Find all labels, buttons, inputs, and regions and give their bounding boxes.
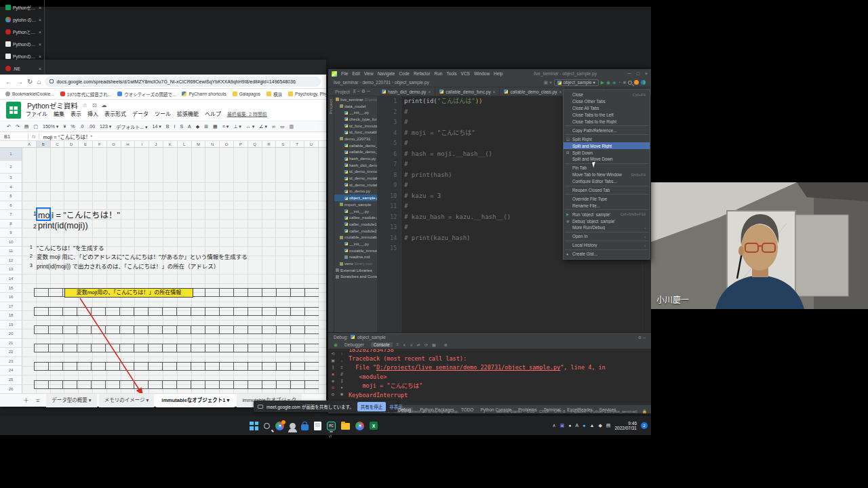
breadcrumb[interactable]: demo_220731 <box>362 80 393 85</box>
toolbar-icon[interactable]: A <box>188 124 191 129</box>
debug-action-icon[interactable]: ■ <box>332 372 334 376</box>
taskbar-icon[interactable] <box>264 423 270 429</box>
browser-tab[interactable]: Pythonの各実装 × <box>3 50 45 62</box>
context-menu-item[interactable]: Configure Editor Tabs... <box>564 178 650 185</box>
project-tree-item[interactable]: io_demo.py <box>334 188 377 195</box>
toolbar-icon[interactable]: ↷ <box>16 124 20 129</box>
breadcrumb[interactable]: object_sample.py <box>395 80 429 85</box>
toolbar-icon[interactable]: .00 <box>88 124 95 129</box>
menu-item[interactable]: 表示形式 <box>104 110 126 117</box>
column-header[interactable]: L <box>178 141 192 147</box>
project-tree-item[interactable]: callable_demo_c <box>334 142 377 149</box>
context-menu-item[interactable]: Open In › <box>564 233 650 240</box>
reload-icon[interactable]: ↻ <box>27 78 33 85</box>
row-header[interactable]: 19 <box>0 321 22 330</box>
context-menu-item[interactable]: Local History › <box>564 242 650 249</box>
toolbar-icon[interactable]: 150% ▾ <box>43 124 58 129</box>
row-header[interactable]: 2 <box>0 161 22 174</box>
context-menu-item[interactable]: ◫ Split Right <box>564 136 650 142</box>
row-header[interactable]: 1 <box>0 148 22 161</box>
toolbar-icon[interactable]: 123 ▾ <box>100 124 111 129</box>
toolbar-icon[interactable]: 14 ▾ <box>153 124 161 129</box>
step-action-icon[interactable]: ▾ <box>340 386 342 390</box>
taskbar-icon[interactable] <box>341 423 350 430</box>
column-header[interactable]: B <box>37 141 51 147</box>
row-header[interactable]: 8 <box>0 220 22 229</box>
tray-icon[interactable]: ◆ <box>598 422 601 429</box>
status-widget[interactable]: CRLF <box>539 409 549 413</box>
tray-icon[interactable]: A <box>576 422 579 429</box>
sheet-tab[interactable]: immutableなオブジェクト1 ▾ <box>156 394 235 407</box>
editor-tab[interactable]: hash_dict_demo.py × <box>378 87 435 96</box>
last-edit-link[interactable]: 最終編集: 2 時間前 <box>227 110 267 117</box>
cell-b4[interactable]: "こんにちは！"を生成する <box>37 243 104 251</box>
tray-icon[interactable]: ▲ <box>590 422 595 429</box>
menu-item[interactable]: データ <box>132 110 149 117</box>
debug-action-icon[interactable]: ⟲ <box>331 352 334 356</box>
menu-item[interactable]: ヘルプ <box>205 110 221 117</box>
step-action-icon[interactable]: ↑ <box>341 352 343 356</box>
row-header[interactable]: 11 <box>0 247 22 256</box>
toolbar-icon[interactable]: ≡ ▾ <box>222 124 229 129</box>
taskbar-icon[interactable]: PC <box>327 422 336 430</box>
project-tool-label[interactable]: Project <box>335 89 350 94</box>
pycharm-menu-item[interactable]: Navigate <box>378 71 395 76</box>
debug-action-icon[interactable]: ⚙ <box>331 392 334 396</box>
traceback-file-link[interactable]: D:/projects/live_seminar/demo_220731/obj… <box>376 364 560 371</box>
debug-view-tab[interactable]: Console <box>371 342 393 347</box>
project-tree-item[interactable]: readme.md <box>334 254 377 261</box>
close-icon[interactable]: × <box>645 71 648 76</box>
bookmark-item[interactable]: Galapagos <box>233 91 260 98</box>
context-menu-item[interactable]: Close Tabs to the Left <box>564 112 650 119</box>
bookmark-item[interactable]: ウオシティーズの問題で... <box>117 91 176 98</box>
menu-item[interactable]: 挿入 <box>87 110 98 117</box>
bookmark-item[interactable]: BookmarkletCookie... <box>5 91 54 98</box>
taskbar-icon[interactable] <box>314 422 321 430</box>
status-widget[interactable]: Python 3.10 (live_seminar) <box>591 409 637 413</box>
plugin-icon[interactable] <box>641 80 646 85</box>
minimize-icon[interactable]: ─ <box>628 71 631 76</box>
bookmark-item[interactable]: 1970年代に録音され... <box>60 91 111 98</box>
run-config-selector[interactable]: object_sample ▾ <box>554 79 599 86</box>
profiler-icon[interactable]: ◔ <box>618 80 621 85</box>
home-icon[interactable]: ⌂ <box>37 78 41 85</box>
debug-action-icon[interactable]: ∥ <box>332 365 334 369</box>
spreadsheet-grid[interactable]: 1234567891011121314151617181920212223242… <box>0 148 326 393</box>
column-header[interactable]: N <box>205 141 220 147</box>
project-tree-item[interactable]: check_type_func <box>334 116 377 123</box>
project-tree-item[interactable]: hash_dict_demo <box>334 162 377 169</box>
column-header[interactable]: K <box>163 141 178 147</box>
column-header[interactable]: T <box>290 141 304 147</box>
toolbar-icon[interactable]: ⊞ <box>204 124 208 129</box>
star-icon[interactable]: ☆ <box>83 102 87 108</box>
cell-a1[interactable]: 1 <box>24 210 37 217</box>
context-menu-item[interactable]: Close All Tabs <box>564 105 650 112</box>
taskbar-icon[interactable]: X <box>370 422 378 430</box>
name-box[interactable]: B1 <box>0 134 24 140</box>
project-tree-item[interactable]: caller_module1. <box>334 221 377 228</box>
status-widget[interactable]: 1:19 <box>527 409 534 413</box>
cell-a2[interactable]: 2 <box>24 223 37 230</box>
context-menu-item[interactable]: Copy Path/Reference... <box>564 127 650 134</box>
browser-tab[interactable]: pytohn の実装 c × <box>3 14 45 26</box>
debug-action-icon[interactable]: ⊘ <box>331 386 334 390</box>
column-header[interactable]: C <box>51 141 65 147</box>
row-header[interactable]: 22 <box>0 348 22 357</box>
bookmark-item[interactable]: Psychology, Physica... <box>288 91 326 98</box>
step-action-icon[interactable]: ↓ <box>341 359 343 363</box>
pycharm-menu-item[interactable]: File <box>341 71 348 76</box>
column-header[interactable]: U <box>304 141 319 147</box>
pycharm-menu-item[interactable]: Edit <box>352 71 359 76</box>
debug-view-tab[interactable]: Debugger <box>342 342 367 347</box>
tab-close-icon[interactable]: × <box>39 42 41 47</box>
toolbar-icon[interactable]: ↔ ▾ <box>246 124 254 129</box>
context-menu-item[interactable]: Split and Move Right <box>564 142 650 149</box>
row-header[interactable]: 20 <box>0 329 22 339</box>
step-action-icon[interactable]: ⇵ <box>340 372 343 376</box>
menu-item[interactable]: 拡張機能 <box>177 110 199 117</box>
toolbar-icon[interactable]: ⊥ ▾ <box>233 124 241 129</box>
bookmark-item[interactable]: 横浜 <box>267 91 282 98</box>
cell-b2[interactable]: print(id(moji)) <box>38 221 88 230</box>
tab-close-icon[interactable]: × <box>493 89 496 94</box>
project-tree-item[interactable]: venv library root <box>334 260 377 267</box>
